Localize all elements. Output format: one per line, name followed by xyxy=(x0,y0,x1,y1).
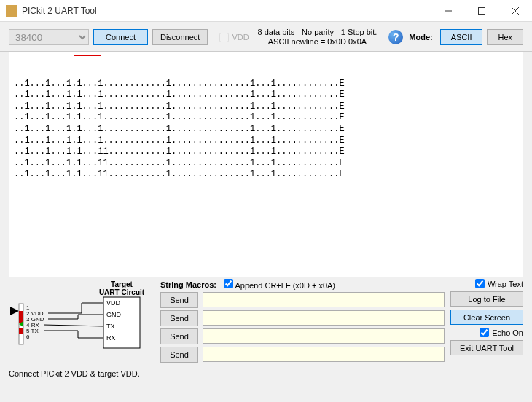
svg-text:RX: RX xyxy=(106,334,116,342)
terminal-line: ..1...1...1.1...1............1..........… xyxy=(14,112,518,124)
maximize-button[interactable] xyxy=(465,0,498,22)
append-crlf-label[interactable]: Append CR+LF (x0D + x0A) xyxy=(224,279,335,290)
help-icon[interactable]: ? xyxy=(388,30,403,44)
uart-circuit-icon: Target UART Circuit VDD GND TX RX 1 2 VD… xyxy=(9,279,154,352)
echo-on-checkbox[interactable] xyxy=(480,328,489,337)
minimize-button[interactable] xyxy=(431,0,465,22)
vdd-checkbox-label: VDD xyxy=(219,33,249,42)
macro-input-4[interactable] xyxy=(203,347,445,362)
string-macros-panel: String Macros: Append CR+LF (x0D + x0A) … xyxy=(160,279,445,365)
append-crlf-checkbox[interactable] xyxy=(224,279,233,288)
terminal-line: ..1...1...1.1...1............1..........… xyxy=(14,135,518,147)
svg-text:VDD: VDD xyxy=(106,299,121,307)
macro-input-1[interactable] xyxy=(203,292,445,307)
macro-input-2[interactable] xyxy=(203,310,445,326)
vdd-checkbox xyxy=(219,33,229,42)
svg-line-29 xyxy=(44,325,103,326)
hex-mode-button[interactable]: Hex xyxy=(487,29,523,45)
uart-settings-info: 8 data bits - No parity - 1 Stop bit. AS… xyxy=(254,28,382,47)
connect-button[interactable]: Connect xyxy=(93,29,148,45)
titlebar: PICkit 2 UART Tool xyxy=(0,0,532,22)
svg-rect-16 xyxy=(19,328,23,334)
circuit-diagram-panel: Target UART Circuit VDD GND TX RX 1 2 VD… xyxy=(9,279,154,365)
svg-text:UART Circuit: UART Circuit xyxy=(99,288,145,296)
exit-uart-button[interactable]: Exit UART Tool xyxy=(450,340,523,355)
svg-marker-11 xyxy=(10,307,19,315)
svg-text:Target: Target xyxy=(111,280,133,288)
terminal-line: ..1...1...1.1...1............1..........… xyxy=(14,101,518,113)
mode-label: Mode: xyxy=(409,33,432,42)
terminal-output[interactable]: ..1...1...1.1...1............1..........… xyxy=(9,52,523,277)
status-text: Connect PICkit 2 VDD & target VDD. xyxy=(0,368,532,382)
send-button-2[interactable]: Send xyxy=(160,310,198,326)
terminal-line: ..1...1...1.1...1............1..........… xyxy=(14,90,518,101)
wrap-text-label: Wrap Text xyxy=(488,280,523,288)
terminal-line: ..1...1...1.1...11...........1..........… xyxy=(14,169,518,181)
ascii-mode-button[interactable]: ASCII xyxy=(440,29,483,45)
baud-rate-select[interactable]: 38400 xyxy=(9,29,89,45)
svg-text:TX: TX xyxy=(106,323,115,330)
toolbar: 38400 Connect Disconnect VDD 8 data bits… xyxy=(0,22,532,52)
terminal-line: ..1...1...1.1...11...........1..........… xyxy=(14,158,518,170)
send-button-1[interactable]: Send xyxy=(160,292,198,308)
macros-header-label: String Macros: xyxy=(160,280,216,289)
window-title: PICkit 2 UART Tool xyxy=(22,6,431,16)
svg-text:6: 6 xyxy=(26,334,30,340)
terminal-line: ..1...1...1.1...1............1..........… xyxy=(14,124,518,135)
terminal-line: ..1...1...1.1...1............1..........… xyxy=(14,79,518,90)
close-button[interactable] xyxy=(498,0,532,22)
log-to-file-button[interactable]: Log to File xyxy=(450,291,523,307)
svg-rect-13 xyxy=(19,311,23,317)
svg-rect-1 xyxy=(479,7,485,14)
wrap-text-checkbox[interactable] xyxy=(475,279,485,288)
disconnect-button[interactable]: Disconnect xyxy=(152,29,208,45)
app-icon xyxy=(6,5,17,17)
clear-screen-button[interactable]: Clear Screen xyxy=(450,310,523,325)
macro-input-3[interactable] xyxy=(203,328,445,344)
echo-on-label: Echo On xyxy=(492,328,523,337)
terminal-line: ..1...1...1.1...11...........1..........… xyxy=(14,146,518,158)
svg-text:GND: GND xyxy=(106,311,122,318)
right-controls: Wrap Text Log to File Clear Screen Echo … xyxy=(450,279,523,365)
send-button-4[interactable]: Send xyxy=(160,347,198,363)
send-button-3[interactable]: Send xyxy=(160,328,198,344)
